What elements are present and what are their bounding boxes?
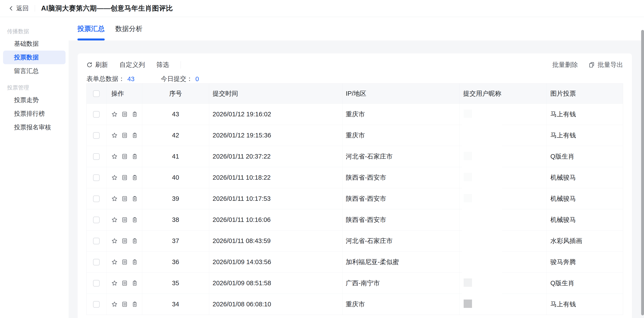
tab-vote-summary[interactable]: 投票汇总 [78, 17, 105, 40]
total-submissions-value[interactable]: 43 [127, 76, 134, 83]
delete-trash-icon[interactable] [132, 132, 138, 138]
delete-trash-icon[interactable] [132, 301, 138, 308]
row-checkbox[interactable] [93, 259, 100, 266]
delete-trash-icon[interactable] [132, 174, 138, 181]
favorite-star-icon[interactable] [111, 238, 118, 244]
redacted-avatar-block [464, 173, 472, 181]
cell-ip-region: 河北省-石家庄市 [343, 146, 460, 167]
batch-export-button[interactable]: 批量导出 [588, 60, 623, 69]
cell-image-vote: 马上有钱 [547, 294, 623, 315]
filter-label: 筛选 [156, 60, 169, 69]
cell-image-vote: Q版生肖 [547, 146, 623, 167]
select-all-checkbox[interactable] [93, 90, 100, 97]
row-checkbox[interactable] [93, 280, 100, 286]
delete-trash-icon[interactable] [132, 153, 138, 160]
favorite-star-icon[interactable] [111, 111, 118, 118]
delete-trash-icon[interactable] [132, 238, 138, 244]
sidebar-section-vote-management: 投票管理 [0, 82, 68, 93]
table-row: 37 2026/01/11 08:43:59 河北省-石家庄市 水彩风插画 [87, 230, 623, 251]
customize-columns-button[interactable]: 自定义列 [120, 60, 145, 69]
filter-button[interactable]: 筛选 [156, 60, 169, 69]
back-button[interactable]: 返回 [8, 4, 28, 12]
table-row: 39 2026/01/11 10:17:53 陕西省-西安市 机械骏马 [87, 188, 623, 209]
detail-icon[interactable] [122, 196, 128, 202]
detail-icon[interactable] [122, 216, 128, 223]
favorite-star-icon[interactable] [111, 301, 118, 308]
redacted-avatar-block [464, 278, 472, 287]
row-checkbox[interactable] [93, 111, 100, 118]
delete-trash-icon[interactable] [132, 280, 138, 286]
batch-delete-button[interactable]: 批量删除 [552, 60, 578, 69]
cell-seq: 36 [142, 252, 209, 272]
total-submissions-label: 表单总数据： [86, 74, 125, 83]
row-checkbox[interactable] [93, 301, 100, 308]
detail-icon[interactable] [122, 132, 128, 138]
favorite-star-icon[interactable] [111, 174, 118, 181]
cell-submit-time: 2026/01/11 10:17:53 [209, 188, 343, 209]
favorite-star-icon[interactable] [111, 196, 118, 202]
cell-image-vote: 机械骏马 [547, 209, 623, 230]
detail-icon[interactable] [122, 238, 128, 244]
back-label: 返回 [16, 4, 28, 12]
column-header-nickname: 提交用户昵称 [460, 84, 547, 104]
cell-ip-region: 河北省-石家庄市 [343, 230, 460, 251]
row-checkbox[interactable] [93, 132, 100, 139]
detail-icon[interactable] [122, 153, 128, 160]
favorite-star-icon[interactable] [111, 216, 118, 223]
cell-submit-time: 2026/01/12 19:16:02 [209, 104, 343, 125]
detail-icon[interactable] [122, 259, 128, 265]
row-checkbox[interactable] [93, 153, 100, 160]
sidebar-item-message-summary[interactable]: 留言汇总 [3, 64, 66, 78]
row-checkbox[interactable] [93, 216, 100, 223]
header-checkbox-cell [87, 84, 106, 104]
cell-submit-time: 2026/01/12 19:15:36 [209, 125, 343, 146]
row-checkbox[interactable] [93, 174, 100, 181]
delete-trash-icon[interactable] [132, 196, 138, 202]
row-checkbox[interactable] [93, 238, 100, 244]
toolbar-divider [180, 61, 181, 68]
sidebar-item-vote-data[interactable]: 投票数据 [3, 50, 66, 64]
column-header-actions: 操作 [106, 84, 142, 104]
redacted-avatar-block [464, 194, 472, 202]
cell-ip-region: 重庆市 [343, 104, 460, 125]
content-card: 刷新 自定义列 筛选 批量删除 批量导出 表单总数据： 43 今日提交： [78, 54, 632, 318]
sidebar-item-basic-data[interactable]: 基础数据 [3, 37, 66, 50]
vertical-scrollbar[interactable] [641, 30, 644, 315]
sidebar-item-vote-ranking[interactable]: 投票排行榜 [3, 107, 66, 120]
sidebar-item-vote-signup-review[interactable]: 投票报名审核 [3, 120, 66, 134]
cell-image-vote: 机械骏马 [547, 188, 623, 209]
favorite-star-icon[interactable] [111, 153, 118, 160]
refresh-icon [86, 62, 92, 68]
cell-submit-time: 2026/01/11 08:43:59 [209, 230, 343, 251]
table-toolbar: 刷新 自定义列 筛选 批量删除 批量导出 [86, 59, 623, 70]
favorite-star-icon[interactable] [111, 280, 118, 286]
column-header-ip-region: IP/地区 [343, 84, 460, 104]
detail-icon[interactable] [122, 111, 128, 118]
detail-icon[interactable] [122, 174, 128, 181]
tab-data-analysis[interactable]: 数据分析 [115, 17, 142, 40]
sidebar-item-vote-trend[interactable]: 投票走势 [3, 93, 66, 107]
cell-seq: 41 [142, 146, 209, 167]
favorite-star-icon[interactable] [111, 132, 118, 138]
detail-icon[interactable] [122, 280, 128, 286]
cell-ip-region: 重庆市 [343, 125, 460, 146]
detail-icon[interactable] [122, 301, 128, 308]
cell-seq: 37 [142, 230, 209, 251]
cell-seq: 39 [142, 188, 209, 209]
table-row: 36 2026/01/09 14:03:56 加利福尼亚-柔似蜜 骏马奔腾 [87, 251, 623, 272]
today-submissions-value[interactable]: 0 [195, 76, 199, 83]
row-checkbox[interactable] [93, 196, 100, 202]
delete-trash-icon[interactable] [132, 259, 138, 265]
submissions-table: 操作 序号 提交时间 IP/地区 提交用户昵称 图片投票 [86, 83, 623, 315]
cell-image-vote: 马上有钱 [547, 104, 623, 125]
favorite-star-icon[interactable] [111, 259, 118, 265]
tab-bar: 投票汇总数据分析 [68, 17, 644, 40]
cell-image-vote: 水彩风插画 [547, 230, 623, 251]
cell-image-vote: Q版生肖 [547, 273, 623, 294]
cell-seq: 42 [142, 125, 209, 146]
cell-seq: 38 [142, 209, 209, 230]
delete-trash-icon[interactable] [132, 216, 138, 223]
refresh-button[interactable]: 刷新 [86, 60, 108, 69]
redacted-avatar-block [464, 152, 472, 160]
delete-trash-icon[interactable] [132, 111, 138, 118]
